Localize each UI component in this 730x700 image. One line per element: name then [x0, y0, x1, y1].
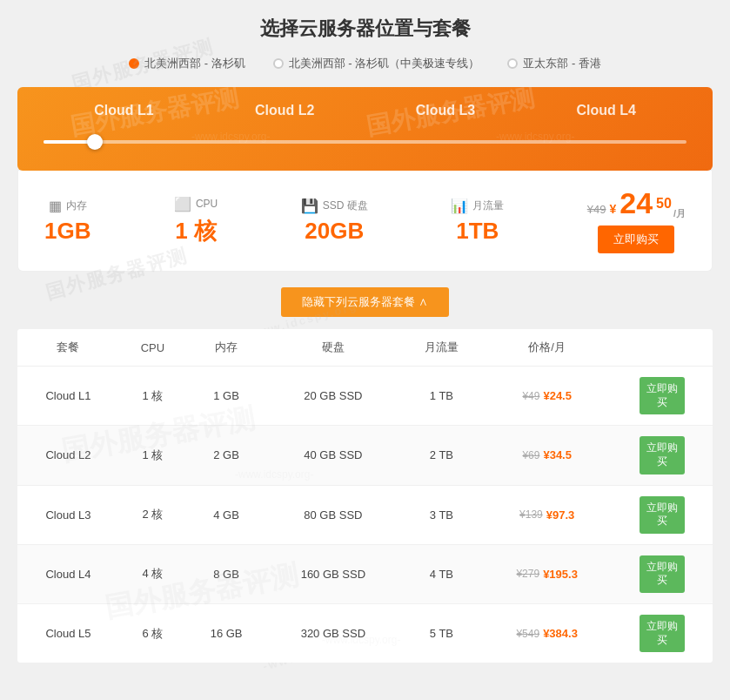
location-selector: 北美洲西部 - 洛杉矶 北美洲西部 - 洛杉矶（中美极速专线） 亚太东部 - 香… — [17, 56, 713, 71]
spec-disk: 💾 SSD 硬盘 20GB — [301, 198, 368, 245]
price-old: ¥49 — [587, 203, 606, 216]
plan-tab-l4[interactable]: Cloud L4 — [576, 103, 635, 118]
disk-value: 20GB — [305, 218, 364, 245]
slider-thumb[interactable] — [87, 134, 103, 150]
location-label-hk: 亚太东部 - 香港 — [523, 56, 601, 71]
table-header-row: 套餐 CPU 内存 硬盘 月流量 价格/月 — [17, 329, 713, 367]
price-strike: ¥49 — [522, 390, 539, 402]
price-main: 24 — [619, 188, 653, 218]
table-row: Cloud L3 2 核 4 GB 80 GB SSD 3 TB ¥139 ¥9… — [17, 485, 713, 544]
cell-name: Cloud L4 — [17, 544, 119, 603]
cell-price: ¥49 ¥24.5 — [483, 367, 611, 426]
cell-disk: 20 GB SSD — [266, 367, 399, 426]
table-buy-button[interactable]: 立即购买 — [640, 615, 685, 652]
location-label-la: 北美洲西部 - 洛杉矶 — [144, 56, 245, 71]
cell-action[interactable]: 立即购买 — [611, 367, 713, 426]
cell-name: Cloud L5 — [17, 603, 119, 663]
traffic-icon: 📊 — [451, 198, 468, 214]
col-header-memory: 内存 — [186, 329, 266, 367]
cell-name: Cloud L1 — [17, 367, 119, 426]
cell-disk: 320 GB SSD — [266, 603, 399, 663]
location-option-la[interactable]: 北美洲西部 - 洛杉矶 — [129, 56, 245, 71]
col-header-traffic: 月流量 — [400, 329, 484, 367]
table-row: Cloud L2 1 核 2 GB 40 GB SSD 2 TB ¥69 ¥34… — [17, 426, 713, 485]
buy-button[interactable]: 立即购买 — [598, 225, 674, 253]
cell-memory: 1 GB — [186, 367, 266, 426]
cell-cpu: 1 核 — [119, 426, 186, 485]
plan-tab-l2[interactable]: Cloud L2 — [255, 103, 314, 118]
memory-value: 1GB — [44, 218, 90, 245]
table-buy-button[interactable]: 立即购买 — [640, 555, 685, 593]
plan-tabs: Cloud L1 Cloud L2 Cloud L3 Cloud L4 — [44, 103, 686, 118]
location-label-la2: 北美洲西部 - 洛杉矶（中美极速专线） — [289, 56, 480, 71]
table-row: Cloud L1 1 核 1 GB 20 GB SSD 1 TB ¥49 ¥24… — [17, 367, 713, 426]
price-current: ¥97.3 — [546, 508, 575, 522]
specs-panel: ▦ 内存 1GB ⬜ CPU 1 核 💾 SSD 硬盘 20GB 📊 月流量 — [17, 171, 713, 272]
table-buy-button[interactable]: 立即购买 — [640, 496, 685, 534]
col-header-cpu: CPU — [119, 329, 186, 367]
plan-tab-l1[interactable]: Cloud L1 — [94, 103, 153, 118]
cell-disk: 80 GB SSD — [266, 485, 399, 544]
cpu-value: 1 核 — [175, 216, 217, 246]
cell-action[interactable]: 立即购买 — [611, 485, 713, 544]
col-header-disk: 硬盘 — [266, 329, 399, 367]
page-title: 选择云服务器位置与套餐 — [17, 16, 713, 42]
slider-track — [44, 140, 686, 144]
spec-memory: ▦ 内存 1GB — [44, 198, 90, 245]
expand-button[interactable]: 隐藏下列云服务器套餐 ∧ — [281, 287, 449, 317]
plan-slider[interactable] — [44, 132, 686, 151]
cell-price: ¥69 ¥34.5 — [483, 426, 611, 485]
price-current: ¥195.3 — [543, 568, 578, 581]
col-header-price: 价格/月 — [483, 329, 611, 367]
cpu-icon: ⬜ — [174, 196, 191, 212]
price-strike: ¥279 — [516, 568, 539, 580]
location-option-hk[interactable]: 亚太东部 - 香港 — [507, 56, 601, 71]
table-row: Cloud L4 4 核 8 GB 160 GB SSD 4 TB ¥279 ¥… — [17, 544, 713, 603]
cell-traffic: 5 TB — [400, 603, 484, 663]
cell-name: Cloud L3 — [17, 485, 119, 544]
plan-selector: 国外服务器评测 -www.idcspy.org- 国外服务器评测 -www.id… — [17, 87, 713, 171]
cell-action[interactable]: 立即购买 — [611, 426, 713, 485]
radio-hk — [507, 58, 518, 69]
cell-cpu: 2 核 — [119, 485, 186, 544]
cell-memory: 2 GB — [186, 426, 266, 485]
price-currency: ¥ — [609, 202, 616, 216]
cell-memory: 16 GB — [186, 603, 266, 663]
cpu-label: CPU — [196, 198, 218, 210]
col-header-action — [611, 329, 713, 367]
traffic-label: 月流量 — [472, 199, 504, 213]
cell-price: ¥279 ¥195.3 — [483, 544, 611, 603]
cell-memory: 8 GB — [186, 544, 266, 603]
price-strike: ¥69 — [522, 449, 539, 461]
cell-traffic: 2 TB — [400, 426, 484, 485]
memory-icon: ▦ — [49, 198, 62, 214]
price-current: ¥34.5 — [543, 448, 572, 461]
col-header-name: 套餐 — [17, 329, 119, 367]
cell-cpu: 4 核 — [119, 544, 186, 603]
plans-table: 国外服务器评测 -www.idcspy.org- 国外服务器评测 -www.id… — [17, 329, 713, 663]
table: 套餐 CPU 内存 硬盘 月流量 价格/月 Cloud L1 1 核 1 GB … — [17, 329, 713, 663]
cell-traffic: 3 TB — [400, 485, 484, 544]
price-decimal: 50/月 — [656, 196, 686, 221]
table-buy-button[interactable]: 立即购买 — [640, 377, 685, 414]
cell-cpu: 6 核 — [119, 603, 186, 663]
cell-action[interactable]: 立即购买 — [611, 603, 713, 663]
cell-traffic: 1 TB — [400, 367, 484, 426]
cell-disk: 160 GB SSD — [266, 544, 399, 603]
location-option-la2[interactable]: 北美洲西部 - 洛杉矶（中美极速专线） — [273, 56, 480, 71]
table-buy-button[interactable]: 立即购买 — [640, 436, 685, 474]
expand-section: 隐藏下列云服务器套餐 ∧ — [17, 287, 713, 317]
price-strike: ¥139 — [519, 508, 543, 521]
radio-la — [129, 58, 139, 69]
traffic-value: 1TB — [456, 218, 499, 245]
spec-cpu: ⬜ CPU 1 核 — [174, 196, 218, 246]
table-row: Cloud L5 6 核 16 GB 320 GB SSD 5 TB ¥549 … — [17, 603, 713, 663]
memory-label: 内存 — [66, 199, 87, 213]
price-box: ¥49 ¥ 24 50/月 立即购买 — [587, 188, 686, 253]
cell-disk: 40 GB SSD — [266, 426, 399, 485]
cell-price: ¥549 ¥384.3 — [483, 603, 611, 663]
cell-action[interactable]: 立即购买 — [611, 544, 713, 603]
cell-cpu: 1 核 — [119, 367, 186, 426]
plan-tab-l3[interactable]: Cloud L3 — [416, 103, 475, 118]
cell-traffic: 4 TB — [400, 544, 484, 603]
